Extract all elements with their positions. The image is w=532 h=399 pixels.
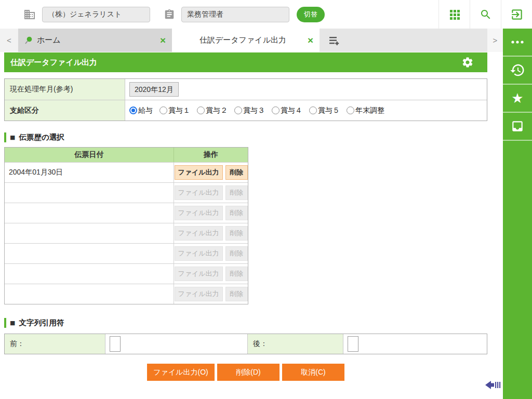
radio-label: 賞与１ [168, 106, 190, 115]
delete-button[interactable]: 削除(D) [217, 364, 280, 381]
main-content: 仕訳データファイル出力 現在処理年月(参考) 2020年12月 支給区分 [0, 52, 503, 399]
new-tab-button[interactable] [320, 29, 349, 52]
row-delete-button-disabled: 削除 [225, 267, 248, 281]
history-button[interactable] [503, 57, 532, 85]
radio-label: 年末調整 [355, 106, 384, 115]
section-bullet: ■ [10, 320, 15, 326]
voucher-table: 伝票日付 操作 2004年01月30日 ファイル出力 削除 ファイル出力 削除 [4, 147, 248, 304]
action-button-row: ファイル出力(O) 削除(D) 取消(C) [4, 364, 487, 381]
quote-before-input[interactable] [110, 336, 121, 352]
radio-icon [129, 107, 137, 114]
radio-label: 賞与４ [281, 106, 302, 115]
col-header-date: 伝票日付 [5, 148, 174, 162]
file-output-button[interactable]: ファイル出力(O) [147, 364, 215, 381]
company-input[interactable] [42, 7, 150, 22]
pay-category-radio-group: 給与 賞与１ 賞与２ 賞与３ 賞与４ [129, 106, 384, 115]
page-title: 仕訳データファイル出力 [4, 58, 97, 68]
section-bar [4, 132, 6, 142]
pay-category-row: 支給区分 給与 賞与１ 賞与２ [5, 100, 487, 121]
row-delete-button-disabled: 削除 [225, 226, 248, 241]
period-value-box: 2020年12月 [129, 82, 179, 97]
star-icon: ★ [511, 91, 523, 105]
grid-icon [448, 8, 461, 21]
row-delete-button-disabled: 削除 [225, 246, 248, 261]
clipboard-icon [164, 9, 175, 20]
row-file-output-button-disabled: ファイル出力 [175, 226, 223, 241]
radio-option-bonus5[interactable]: 賞与５ [309, 106, 340, 115]
radio-option-salary[interactable]: 給与 [129, 106, 153, 115]
pin-icon [24, 36, 33, 45]
radio-option-bonus4[interactable]: 賞与４ [272, 106, 302, 115]
tab-home-close-icon[interactable]: × [160, 35, 166, 45]
radio-label: 賞与３ [243, 106, 265, 115]
pay-category-label: 支給区分 [5, 100, 125, 121]
collapse-panel-button[interactable] [485, 380, 501, 392]
radio-icon [309, 107, 317, 114]
voucher-date [5, 223, 174, 243]
tab-scroll-left-button[interactable]: < [0, 29, 18, 52]
radio-option-yearend[interactable]: 年末調整 [347, 106, 384, 115]
inbox-button[interactable] [503, 113, 532, 141]
tab-journal-export[interactable]: 仕訳データファイル出力 × [172, 29, 320, 52]
voucher-table-header: 伝票日付 操作 [5, 148, 248, 162]
radio-icon [197, 107, 205, 114]
radio-label: 賞与２ [206, 106, 228, 115]
search-icon [480, 8, 492, 21]
cancel-button[interactable]: 取消(C) [282, 364, 344, 381]
voucher-date [5, 264, 174, 284]
radio-label: 賞与５ [318, 106, 340, 115]
radio-option-bonus3[interactable]: 賞与３ [234, 106, 265, 115]
apps-menu-button[interactable] [438, 0, 470, 29]
collapse-arrow-icon [485, 380, 501, 390]
table-row: ファイル出力 削除 [5, 263, 248, 284]
row-file-output-button-disabled: ファイル出力 [175, 287, 223, 301]
favorites-button[interactable]: ★ [503, 85, 532, 113]
table-row: ファイル出力 削除 [5, 284, 248, 304]
row-delete-button-disabled: 削除 [225, 185, 248, 200]
radio-option-bonus1[interactable]: 賞与１ [159, 106, 190, 115]
voucher-section-title: 伝票歴の選択 [19, 132, 64, 142]
section-bullet: ■ [10, 134, 15, 141]
voucher-date [5, 284, 174, 304]
radio-icon [272, 107, 280, 114]
voucher-date [5, 244, 174, 263]
table-row: ファイル出力 削除 [5, 223, 248, 243]
radio-label: 給与 [138, 106, 153, 115]
radio-icon [234, 107, 242, 114]
role-input[interactable] [181, 7, 289, 22]
tab-scroll-right-button[interactable]: > [487, 29, 503, 52]
tab-home[interactable]: ホーム × [18, 29, 172, 52]
voucher-date [5, 183, 174, 203]
section-bar [4, 318, 6, 328]
row-delete-button-disabled: 削除 [225, 287, 248, 301]
voucher-date: 2004年01月30日 [5, 163, 174, 182]
tab-journal-export-close-icon[interactable]: × [308, 35, 313, 45]
header-icon-group [438, 0, 532, 29]
row-file-output-button-disabled: ファイル出力 [175, 246, 223, 261]
quote-after-input[interactable] [348, 336, 358, 352]
col-header-ops: 操作 [174, 148, 248, 162]
row-file-output-button-disabled: ファイル出力 [175, 185, 223, 200]
settings-form: 現在処理年月(参考) 2020年12月 支給区分 給与 賞与１ [4, 78, 487, 121]
switch-button[interactable]: 切替 [297, 7, 325, 22]
settings-button[interactable] [461, 56, 474, 69]
table-row: ファイル出力 削除 [5, 203, 248, 223]
gear-icon [461, 56, 474, 69]
quote-after-label: 後： [248, 334, 343, 354]
search-button[interactable] [470, 0, 501, 29]
top-header: 切替 [0, 0, 532, 29]
table-row: ファイル出力 削除 [5, 182, 248, 203]
table-row: ファイル出力 削除 [5, 243, 248, 263]
period-row: 現在処理年月(参考) 2020年12月 [5, 79, 487, 100]
period-label: 現在処理年月(参考) [5, 79, 125, 100]
row-file-output-button[interactable]: ファイル出力 [175, 165, 223, 180]
radio-option-bonus2[interactable]: 賞与２ [197, 106, 228, 115]
row-delete-button[interactable]: 削除 [225, 165, 248, 180]
tab-journal-export-label: 仕訳データファイル出力 [178, 35, 308, 45]
table-row: 2004年01月30日 ファイル出力 削除 [5, 162, 248, 182]
more-menu-button[interactable] [503, 29, 532, 57]
quote-table: 前： 後： [4, 334, 487, 354]
history-icon [510, 62, 525, 78]
quote-before-label: 前： [5, 334, 105, 354]
logout-button[interactable] [501, 0, 532, 29]
